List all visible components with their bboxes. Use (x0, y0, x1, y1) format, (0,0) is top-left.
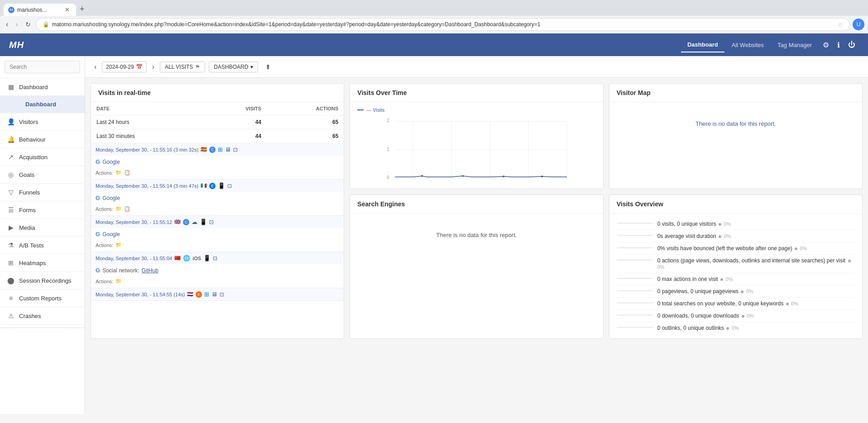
reload-btn[interactable]: ↻ (23, 20, 33, 29)
stat-text: 0 downloads, 0 unique downloads 0% (657, 313, 754, 319)
overview-stat-row: 0 total searches on your website, 0 uniq… (617, 298, 855, 310)
flag-spain: 🇪🇸 (201, 147, 207, 152)
search-input[interactable] (5, 61, 80, 73)
browser-tab[interactable]: M mariushos... ✕ (4, 4, 76, 16)
sidebar-item-behaviour[interactable]: 🔔 Behaviour (0, 131, 85, 148)
overview-stat-row: 0% visits have bounced (left the website… (617, 242, 855, 255)
overview-stat-row: 0 max actions in one visit 0% (617, 273, 855, 285)
sidebar-item-acquisition[interactable]: ↗ Acquisition (0, 148, 85, 166)
collapse-btn[interactable]: ⬆ (264, 62, 273, 72)
visit-actions-row: Actions: 📁 📋 (91, 204, 344, 215)
date-picker-btn[interactable]: 2024-09-29 📅 (102, 62, 146, 72)
sidebar-item-media[interactable]: ▶ Media (0, 219, 85, 237)
chart-legend: — Visits (357, 107, 595, 113)
visit-entry-5: Monday, September 30, - 11:54:55 (14s) 🇳… (91, 288, 344, 301)
desktop-icon: 🖥 (211, 291, 217, 298)
overview-stat-row: 0 downloads, 0 unique downloads 0% (617, 310, 855, 322)
globe-icon: 🌐 (183, 255, 190, 261)
back-btn[interactable]: ‹ (4, 19, 10, 29)
github-link[interactable]: GitHub (142, 267, 158, 274)
visit-datetime: Monday, September 30, - 11:55:16 (3 min … (96, 147, 198, 152)
source-name: Google (102, 231, 120, 238)
search-engines-panel: Search Engines There is no data for this… (350, 195, 603, 339)
header-nav: Dashboard All Websites Tag Manager ⚙ ℹ ⏻ (681, 37, 859, 53)
forward-btn[interactable]: › (13, 19, 20, 29)
stat-bar-container (617, 233, 653, 236)
row-actions: 65 (267, 129, 344, 143)
address-bar[interactable]: 🔒 matomo.mariushosting.synology.me/index… (36, 18, 850, 31)
logo-text: MH (9, 40, 24, 50)
browser-chrome: M mariushos... ✕ + (0, 0, 868, 16)
acquisition-icon: ↗ (7, 153, 14, 161)
info-icon-btn[interactable]: ℹ (834, 37, 844, 53)
visitor-map-header: Visitor Map (609, 84, 862, 102)
nav-dashboard[interactable]: Dashboard (681, 38, 724, 52)
bookmark-icon[interactable]: ☆ (837, 21, 843, 28)
table-row: Last 30 minutes 44 65 (91, 129, 344, 143)
sidebar-item-session-recordings[interactable]: ⬤ Session Recordings (0, 272, 85, 290)
visit-datetime: Monday, September 30, - 11:54:55 (14s) (96, 292, 185, 297)
stat-text: 0% visits have bounced (left the website… (657, 245, 807, 252)
logout-icon-btn[interactable]: ⏻ (844, 37, 859, 52)
visit-source: G Google (91, 192, 344, 204)
overview-stat-row: 0 outlinks, 0 unique outlinks 0% (617, 322, 855, 334)
stat-text: 0 actions (page views, downloads, outlin… (657, 257, 855, 270)
sidebar-item-heatmaps[interactable]: ⊞ Heatmaps (0, 254, 85, 272)
row-date: Last 24 hours (91, 115, 205, 129)
prev-date-btn[interactable]: ‹ (92, 61, 98, 73)
visit-entry-1: Monday, September 30, - 11:55:16 (3 min … (91, 143, 344, 180)
sidebar-item-dashboard-sub[interactable]: Dashboard (0, 96, 85, 113)
chrome-icon: C (183, 219, 189, 225)
sidebar-item-goals[interactable]: ◎ Goals (0, 166, 85, 184)
visit-entry-header: Monday, September 30, - 11:55:16 (3 min … (91, 143, 344, 156)
sidebar-item-label: Dashboard (25, 101, 56, 108)
user-avatar[interactable]: U (853, 19, 864, 30)
overview-stat-row: 0 pageviews, 0 unique pageviews 0% (617, 285, 855, 298)
visitor-map-panel: Visitor Map There is no data for this re… (609, 83, 863, 189)
dropdown-icon: ▾ (250, 64, 253, 70)
goals-icon: ◎ (7, 171, 14, 178)
sidebar-item-label: Acquisition (19, 154, 48, 161)
svg-rect-0 (357, 109, 364, 110)
sidebar-item-forms[interactable]: ☰ Forms (0, 201, 85, 219)
sidebar-item-dashboard[interactable]: ▦ Dashboard (0, 78, 85, 96)
dashboard-dropdown-btn[interactable]: DASHBOARD ▾ (209, 62, 258, 72)
visit-entry-header: Monday, September 30, - 11:55:12 🇬🇧 C ☁ … (91, 216, 344, 228)
nav-all-websites[interactable]: All Websites (725, 38, 770, 52)
actions-label: Actions: (96, 170, 113, 176)
sidebar-item-visitors[interactable]: 👤 Visitors (0, 113, 85, 131)
sidebar-item-label: Session Recordings (19, 277, 72, 284)
address-secure-icon: 🔒 (43, 21, 49, 28)
svg-point-13 (462, 175, 464, 177)
new-tab-btn[interactable]: + (76, 3, 88, 16)
visits-overview-title: Visits Overview (617, 200, 663, 208)
all-visits-btn[interactable]: ALL VISITS ⚑ (160, 62, 205, 72)
sidebar-item-custom-reports[interactable]: ≡ Custom Reports (0, 290, 85, 307)
settings-icon-btn[interactable]: ⚙ (819, 37, 833, 53)
overtime-panel: Visits Over Time — Visits 2 1 0 (350, 83, 603, 189)
stat-bar-container (617, 221, 653, 224)
tab-close-icon[interactable]: ✕ (65, 6, 70, 13)
sidebar-item-label: Funnels (19, 189, 40, 196)
col-actions: ACTIONS (267, 102, 344, 115)
visit-entry-header: Monday, September 30, - 11:54:55 (14s) 🇳… (91, 288, 344, 300)
nav-tag-manager[interactable]: Tag Manager (771, 38, 818, 52)
stat-text: 0s average visit duration 0% (657, 233, 731, 239)
flag-italy: 🇮🇹 (201, 183, 207, 189)
row-visits: 44 (205, 115, 267, 129)
sidebar-item-funnels[interactable]: ▽ Funnels (0, 184, 85, 201)
visits-overview-panel: Visits Overview 0 visits, 0 unique visit… (609, 195, 863, 339)
stat-bar-container (617, 257, 653, 261)
mobile-icon: 📱 (200, 219, 207, 225)
sidebar-item-label: Custom Reports (19, 295, 62, 302)
main-content: Visits in real-time DATE VISITS ACTIONS (85, 78, 868, 414)
sidebar-item-label: Heatmaps (19, 260, 46, 266)
sidebar-item-ab-tests[interactable]: ⚗ A/B Tests (0, 237, 85, 254)
next-date-btn[interactable]: › (150, 61, 156, 73)
action-folder-icon: 📁 (115, 242, 122, 248)
sidebar-bottom-divider (0, 328, 85, 328)
flag-uk: 🇬🇧 (174, 219, 181, 225)
dashboard-icon: ▦ (7, 83, 14, 90)
sidebar-item-crashes[interactable]: ⚠ Crashes (0, 307, 85, 325)
firefox-icon: F (196, 291, 202, 298)
